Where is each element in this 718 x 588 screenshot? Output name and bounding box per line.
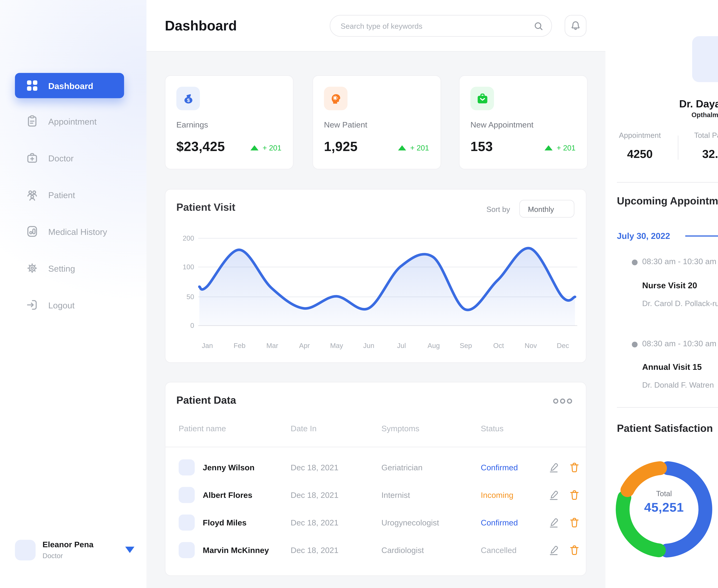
table-row: Floyd Miles Dec 18, 2021 Urogynecologist… bbox=[165, 509, 586, 536]
divider bbox=[678, 135, 678, 160]
stat-label: New Appointment bbox=[470, 120, 533, 129]
sidebar: Dashboard Appointment Doctor bbox=[0, 0, 146, 588]
sidebar-item-patient[interactable]: Patient bbox=[15, 182, 124, 207]
avatar bbox=[179, 487, 195, 503]
briefcase-icon bbox=[470, 87, 494, 110]
y-tick: 100 bbox=[173, 263, 194, 271]
satisfaction-title: Patient Satisfaction bbox=[617, 423, 713, 435]
sidebar-item-doctor[interactable]: Doctor bbox=[15, 145, 124, 171]
search-icon[interactable] bbox=[532, 20, 545, 32]
avatar bbox=[179, 514, 195, 530]
delete-button[interactable] bbox=[568, 489, 581, 501]
stat-delta: + 201 bbox=[250, 144, 282, 152]
clipboard-icon bbox=[25, 114, 39, 128]
search-box bbox=[330, 15, 552, 37]
x-tick: Jun bbox=[360, 342, 378, 350]
status-badge: Cancelled bbox=[481, 546, 548, 555]
svg-text:$: $ bbox=[187, 97, 189, 103]
status-badge: Incoming bbox=[481, 490, 548, 500]
patient-visit-card: Patient Visit Sort by Monthly 200 100 50… bbox=[165, 189, 587, 363]
page-title: Dashboard bbox=[165, 18, 237, 34]
user-profile-chip[interactable]: Eleanor Pena Doctor bbox=[15, 539, 133, 566]
stat-value: 1,925 bbox=[324, 139, 357, 154]
chart-document-icon bbox=[25, 225, 39, 238]
chevron-down-icon bbox=[528, 207, 534, 213]
dot-icon bbox=[632, 259, 638, 265]
main-content: Dashboard $ bbox=[146, 0, 606, 588]
stat-value: $23,425 bbox=[176, 139, 225, 154]
avatar bbox=[179, 542, 195, 558]
divider bbox=[617, 407, 718, 408]
edit-button[interactable] bbox=[548, 461, 560, 474]
x-tick: May bbox=[327, 342, 346, 350]
appointment-doctor: Dr. Carol D. Pollack-rundle bbox=[642, 299, 718, 308]
user-role: Doctor bbox=[42, 552, 63, 560]
x-tick: Sep bbox=[457, 342, 475, 350]
y-tick: 0 bbox=[173, 321, 194, 330]
search-input[interactable] bbox=[341, 16, 530, 36]
dashboard-grid-icon bbox=[25, 79, 39, 92]
bell-icon bbox=[569, 20, 582, 32]
status-badge: Confirmed bbox=[481, 463, 548, 472]
stat-label: Earnings bbox=[176, 120, 208, 129]
right-panel: Dr. Dayawansa Opthalmologist Appointment… bbox=[606, 0, 718, 588]
table-row: Albert Flores Dec 18, 2021 Internist Inc… bbox=[165, 481, 586, 509]
x-tick: Jan bbox=[198, 342, 217, 350]
people-icon bbox=[25, 188, 39, 202]
appointment-time: 08:30 am - 10:30 am bbox=[642, 257, 716, 266]
doctor-name: Dr. Dayawansa bbox=[617, 98, 718, 110]
patient-visit-title: Patient Visit bbox=[176, 202, 235, 214]
more-menu-icon[interactable] bbox=[553, 399, 572, 404]
y-tick: 200 bbox=[173, 234, 194, 242]
appointment-title: Annual Visit 15 bbox=[642, 362, 702, 372]
delete-button[interactable] bbox=[568, 544, 581, 556]
stat-label: New Patient bbox=[324, 120, 367, 129]
sidebar-item-logout[interactable]: Logout bbox=[15, 292, 124, 318]
sidebar-item-medical-history[interactable]: Medical History bbox=[15, 219, 124, 244]
stat-delta: + 201 bbox=[398, 144, 429, 152]
sort-by-label: Sort by bbox=[486, 205, 510, 214]
donut-center: Total 45,251 bbox=[613, 489, 715, 515]
x-tick: Aug bbox=[425, 342, 443, 350]
x-tick: Nov bbox=[521, 342, 540, 350]
divider bbox=[165, 447, 586, 447]
chevron-down-icon[interactable] bbox=[125, 547, 135, 553]
upcoming-title: Upcoming Appointment bbox=[617, 195, 718, 207]
edit-button[interactable] bbox=[548, 544, 560, 556]
sidebar-item-setting[interactable]: Setting bbox=[15, 255, 124, 281]
appointment-date: July 30, 2022 bbox=[617, 231, 670, 240]
status-badge: Confirmed bbox=[481, 518, 548, 527]
new-patient-card: New Patient 1,925 + 201 bbox=[312, 75, 441, 169]
notifications-button[interactable] bbox=[565, 15, 587, 37]
dot-icon bbox=[632, 342, 638, 348]
sidebar-item-dashboard[interactable]: Dashboard bbox=[15, 73, 124, 98]
app-root: Dashboard Appointment Doctor bbox=[0, 0, 718, 588]
table-row: Marvin McKinney Dec 18, 2021 Cardiologis… bbox=[165, 536, 586, 564]
avatar bbox=[179, 459, 195, 476]
doctor-specialty: Opthalmologist bbox=[617, 111, 718, 118]
x-tick: Mar bbox=[263, 342, 282, 350]
sidebar-item-appointment[interactable]: Appointment bbox=[15, 108, 124, 134]
x-tick: Oct bbox=[489, 342, 508, 350]
delete-button[interactable] bbox=[568, 516, 581, 529]
profile-stat-total-patients: Total Patients 32.1k bbox=[678, 131, 718, 161]
patient-visit-chart bbox=[198, 234, 577, 331]
x-tick: Dec bbox=[554, 342, 572, 350]
top-bar: Dashboard bbox=[146, 0, 606, 52]
patient-head-icon bbox=[324, 87, 348, 110]
logout-icon bbox=[25, 298, 39, 312]
gear-icon bbox=[25, 261, 39, 275]
money-bag-icon: $ bbox=[176, 87, 200, 110]
accent-line bbox=[685, 235, 718, 236]
stat-value: 153 bbox=[470, 139, 493, 154]
stat-delta: + 201 bbox=[545, 144, 576, 152]
triangle-up-icon bbox=[250, 145, 259, 150]
appointment-time: 08:30 am - 10:30 am bbox=[642, 339, 716, 348]
divider bbox=[617, 182, 718, 183]
edit-button[interactable] bbox=[548, 489, 560, 501]
table-row: Jenny Wilson Dec 18, 2021 Geriatrician C… bbox=[165, 454, 586, 481]
user-name: Eleanor Pena bbox=[42, 540, 94, 549]
sort-dropdown[interactable]: Monthly bbox=[519, 200, 574, 218]
edit-button[interactable] bbox=[548, 516, 560, 529]
delete-button[interactable] bbox=[568, 461, 581, 474]
